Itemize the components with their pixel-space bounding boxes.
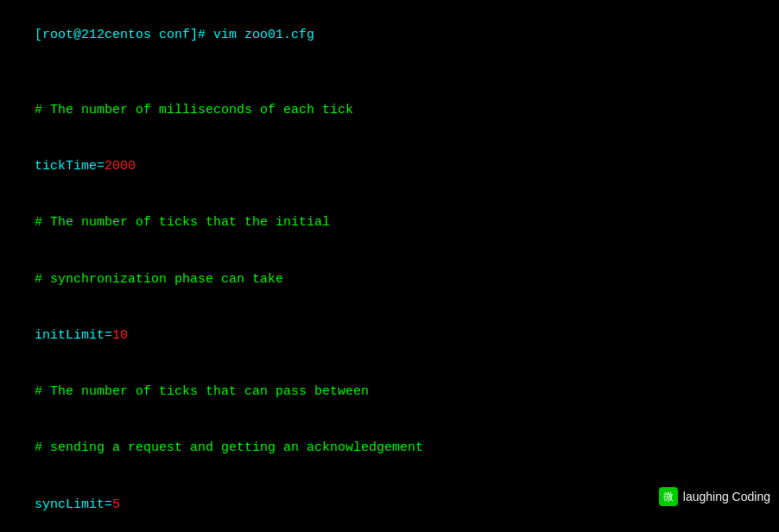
ticktime-line: tickTime=2000 [3, 138, 776, 194]
comment-line-5: # sending a request and getting an ackno… [3, 421, 776, 477]
watermark-text: laughing Coding [683, 490, 770, 504]
terminal-window: [root@212centos conf]# vim zoo01.cfg # T… [0, 0, 779, 532]
wechat-icon: 微 [659, 487, 678, 506]
comment-text-4: # The number of ticks that can pass betw… [35, 384, 369, 399]
comment-line-2: # The number of ticks that the initial [3, 195, 776, 251]
blank-line-1 [3, 63, 776, 82]
comment-text-1: # The number of milliseconds of each tic… [35, 103, 353, 117]
ticktime-key: tickTime= [35, 159, 104, 174]
prompt-text: [root@212centos conf]# vim zoo01.cfg [35, 28, 314, 42]
comment-line-3: # synchronization phase can take [3, 251, 776, 307]
comment-line-1: # The number of milliseconds of each tic… [3, 82, 776, 138]
ticktime-value: 2000 [104, 159, 136, 174]
synclimit-value: 5 [112, 497, 120, 512]
comment-text-2: # The number of ticks that the initial [35, 215, 330, 230]
initlimit-key: initLimit= [35, 328, 112, 343]
watermark: 微 laughing Coding [659, 487, 770, 506]
initlimit-line: initLimit=10 [3, 307, 776, 364]
terminal-prompt: [root@212centos conf]# vim zoo01.cfg [3, 7, 776, 63]
comment-text-3: # synchronization phase can take [35, 272, 283, 287]
comment-text-5: # sending a request and getting an ackno… [35, 440, 423, 455]
initlimit-value: 10 [112, 328, 128, 343]
synclimit-key: syncLimit= [35, 497, 112, 512]
comment-line-4: # The number of ticks that can pass betw… [3, 364, 776, 420]
